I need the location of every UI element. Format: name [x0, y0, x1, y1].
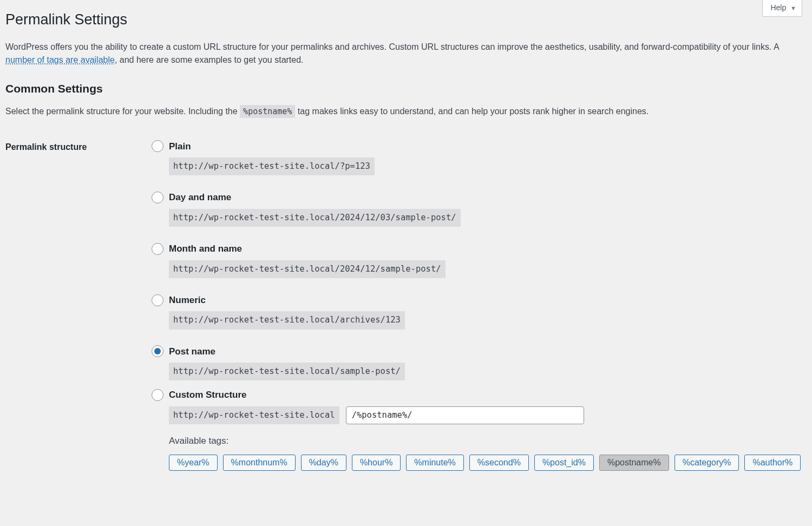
permalink-option-post-name-label: Post name: [169, 345, 215, 359]
permalink-option-post-name-example: http://wp-rocket-test-site.local/sample-…: [169, 363, 405, 380]
page-title: Permalink Settings: [5, 8, 804, 31]
tag-button-monthnum[interactable]: %monthnum%: [223, 455, 296, 471]
permalink-option-custom-label: Custom Structure: [169, 388, 247, 402]
chevron-down-icon: ▼: [790, 5, 796, 11]
tag-button-author[interactable]: %author%: [744, 455, 801, 471]
permalink-option-post-name-block: Post namehttp://wp-rocket-test-site.loca…: [152, 345, 804, 381]
permalink-option-month-name-radio[interactable]: [152, 243, 163, 255]
permalink-option-month-name-example: http://wp-rocket-test-site.local/2024/12…: [169, 260, 446, 278]
custom-structure-input[interactable]: [346, 406, 584, 424]
intro-text-after: , and here are some examples to get you …: [115, 55, 304, 64]
intro-text-before: WordPress offers you the ability to crea…: [5, 42, 779, 51]
permalink-structure-label: Permalink structure: [5, 140, 152, 478]
intro-paragraph: WordPress offers you the ability to crea…: [5, 41, 804, 68]
permalink-option-month-name-label: Month and name: [169, 242, 242, 256]
available-tags-label: Available tags:: [169, 434, 804, 448]
sub-intro-before: Select the permalink structure for your …: [5, 107, 240, 116]
tag-button-category[interactable]: %category%: [675, 455, 739, 471]
permalink-option-numeric-radio[interactable]: [152, 294, 163, 306]
permalink-option-plain-example: http://wp-rocket-test-site.local/?p=123: [169, 157, 375, 175]
tag-button-second[interactable]: %second%: [469, 455, 529, 471]
tag-button-year[interactable]: %year%: [169, 455, 218, 471]
permalink-option-plain-block: Plainhttp://wp-rocket-test-site.local/?p…: [152, 140, 804, 176]
permalink-option-numeric-label: Numeric: [169, 293, 206, 307]
tag-button-post-id[interactable]: %post_id%: [534, 455, 594, 471]
sub-intro-after: tag makes links easy to understand, and …: [295, 107, 649, 116]
common-settings-description: Select the permalink structure for your …: [5, 105, 804, 118]
tag-button-hour[interactable]: %hour%: [352, 455, 401, 471]
custom-structure-base-url: http://wp-rocket-test-site.local: [169, 406, 339, 424]
permalink-option-day-name-example: http://wp-rocket-test-site.local/2024/12…: [169, 209, 461, 227]
permalink-option-month-name-block: Month and namehttp://wp-rocket-test-site…: [152, 242, 804, 278]
permalink-option-plain-radio[interactable]: [152, 140, 163, 152]
permalink-option-custom-radio[interactable]: [152, 389, 163, 401]
help-tab[interactable]: Help ▼: [762, 0, 802, 17]
common-settings-heading: Common Settings: [5, 80, 804, 97]
tags-available-link[interactable]: number of tags are available: [5, 55, 115, 64]
permalink-option-day-name-label: Day and name: [169, 190, 231, 205]
permalink-option-post-name-radio[interactable]: [152, 345, 163, 357]
permalink-option-numeric-block: Numerichttp://wp-rocket-test-site.local/…: [152, 293, 804, 330]
permalink-option-custom-block: Custom Structure http://wp-rocket-test-s…: [152, 388, 804, 470]
permalink-option-plain-label: Plain: [169, 140, 191, 154]
help-tab-label: Help: [770, 3, 786, 12]
permalink-option-day-name-radio[interactable]: [152, 192, 163, 203]
permalink-option-numeric-example: http://wp-rocket-test-site.local/archive…: [169, 311, 405, 329]
postname-code-tag: %postname%: [240, 105, 295, 118]
tag-button-minute[interactable]: %minute%: [406, 455, 463, 471]
tag-button-day[interactable]: %day%: [301, 455, 346, 471]
tag-button-postname[interactable]: %postname%: [599, 455, 669, 471]
permalink-option-day-name-block: Day and namehttp://wp-rocket-test-site.l…: [152, 190, 804, 227]
